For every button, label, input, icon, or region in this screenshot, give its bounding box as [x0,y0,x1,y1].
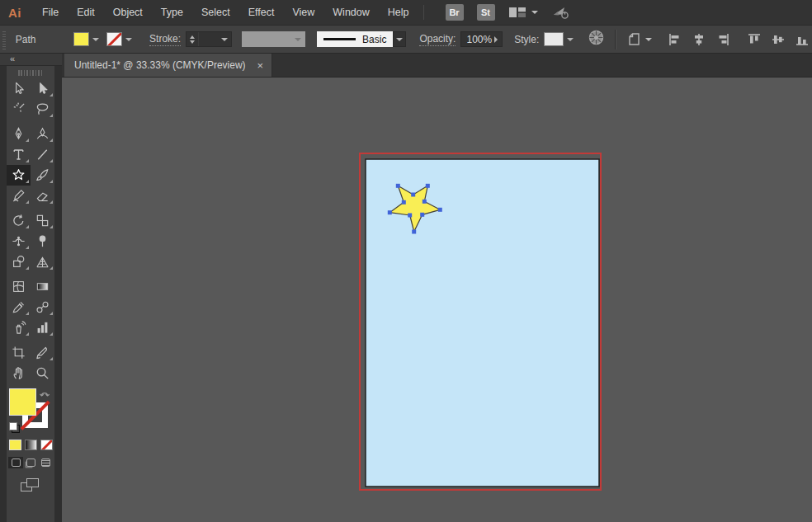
type-tool-icon [11,147,26,162]
menu-help[interactable]: Help [379,0,418,25]
touch-workspace-toggle[interactable] [551,4,571,21]
tool-selection[interactable] [7,78,31,99]
tool-width[interactable] [7,231,31,252]
none-button[interactable] [40,440,53,450]
variable-width-profile-dropdown[interactable] [242,31,306,47]
gradient-button[interactable] [25,440,37,450]
menu-file[interactable]: File [33,0,68,25]
color-button[interactable] [9,440,21,450]
menu-effect[interactable]: Effect [239,0,284,25]
menu-edit[interactable]: Edit [68,0,104,25]
graphic-style-control[interactable] [544,32,576,46]
tool-artboard[interactable] [7,342,31,363]
recolor-artwork-button[interactable] [588,29,605,49]
stroke-weight-stepper[interactable] [186,32,199,46]
tool-eraser[interactable] [31,186,54,206]
fill-color-swatch[interactable] [73,32,89,46]
stroke-color-control[interactable] [106,32,135,46]
document-area: Untitled-1* @ 33.33% (CMYK/Preview) × [62,54,812,522]
tool-paintbrush[interactable] [31,165,54,186]
default-fill-stroke-icon[interactable] [9,422,20,433]
tool-perspective-grid[interactable] [31,252,54,272]
stroke-weight-dropdown[interactable] [219,32,231,46]
align-left-button[interactable] [665,31,685,48]
fill-indicator[interactable] [9,388,36,416]
fill-dropdown-button[interactable] [89,32,102,46]
opacity-input[interactable]: 100% [460,31,503,47]
menu-select[interactable]: Select [192,0,239,25]
draw-inside-button[interactable] [38,457,53,468]
brush-definition-dropdown[interactable]: Basic [317,31,406,47]
style-dropdown-button[interactable] [564,32,576,46]
workspace-switcher[interactable] [508,6,538,19]
control-divider [615,30,616,49]
anchor-point[interactable] [438,208,442,212]
menu-view[interactable]: View [283,0,323,25]
anchor-point[interactable] [388,210,392,214]
bridge-button[interactable]: Br [446,4,464,21]
canvas[interactable] [62,78,812,522]
tab-close-button[interactable]: × [257,60,264,71]
tool-magic-wand[interactable] [7,99,31,120]
tool-hand[interactable] [7,363,31,383]
chevron-down-icon [92,38,99,41]
change-screen-mode-button[interactable] [7,478,54,492]
tool-gradient[interactable] [31,276,54,297]
collapse-panel-button[interactable]: « [0,54,62,66]
align-vertical-center-button[interactable] [768,31,788,48]
isolate-object-button[interactable] [626,31,652,48]
document-tab[interactable]: Untitled-1* @ 33.33% (CMYK/Preview) × [64,54,272,77]
document-corner-icon [626,31,644,48]
tool-slice[interactable] [31,342,54,363]
tool-shape-builder[interactable] [7,252,31,272]
chevron-down-icon [295,38,301,41]
tool-eyedropper[interactable] [7,297,31,317]
swap-fill-stroke-icon[interactable] [40,389,50,400]
anchor-point[interactable] [412,230,416,234]
tool-blend[interactable] [31,297,54,317]
tool-pen[interactable] [7,124,31,144]
tool-graph[interactable] [31,317,54,338]
align-top-button[interactable] [744,31,764,48]
tool-curvature[interactable] [31,124,54,144]
chevron-down-icon [531,11,538,14]
anchor-point[interactable] [423,200,427,204]
tool-symbol-sprayer[interactable] [7,317,31,338]
align-horizontal-center-button[interactable] [689,31,709,48]
tool-lasso[interactable] [31,99,54,120]
tool-puppet-warp[interactable] [31,231,54,252]
anchor-point[interactable] [411,193,415,197]
panel-grip[interactable] [2,30,6,49]
stroke-dropdown-button[interactable] [122,32,135,46]
opacity-label[interactable]: Opacity: [419,33,456,46]
anchor-point[interactable] [426,184,430,188]
tool-shaper[interactable] [7,186,31,206]
tool-scale[interactable] [31,210,54,231]
stock-button[interactable]: St [477,4,495,21]
draw-behind-button[interactable] [23,457,38,468]
anchor-point[interactable] [402,200,406,205]
stroke-weight-field[interactable] [186,31,231,47]
tool-mesh[interactable] [7,276,31,297]
tool-direct-selection[interactable] [31,78,54,99]
stroke-weight-label[interactable]: Stroke: [149,33,181,46]
tool-type[interactable] [7,144,31,165]
anchor-point[interactable] [420,213,424,217]
brush-dropdown-button[interactable] [393,31,406,47]
graphic-style-swatch[interactable] [544,32,564,46]
menu-object[interactable]: Object [104,0,152,25]
panel-drag-grip[interactable] [18,70,43,76]
tool-zoom[interactable] [31,363,54,383]
align-bottom-button[interactable] [792,31,812,48]
draw-normal-button[interactable] [8,457,23,468]
fill-color-control[interactable] [73,32,102,46]
stroke-color-swatch-none[interactable] [106,32,122,46]
menu-type[interactable]: Type [152,0,192,25]
tool-rotate[interactable] [7,210,31,231]
tool-line-segment[interactable] [31,144,54,165]
menu-window[interactable]: Window [323,0,378,25]
anchor-point[interactable] [408,214,412,218]
anchor-point[interactable] [396,184,400,188]
tool-star[interactable] [7,165,31,186]
align-right-button[interactable] [713,31,733,48]
